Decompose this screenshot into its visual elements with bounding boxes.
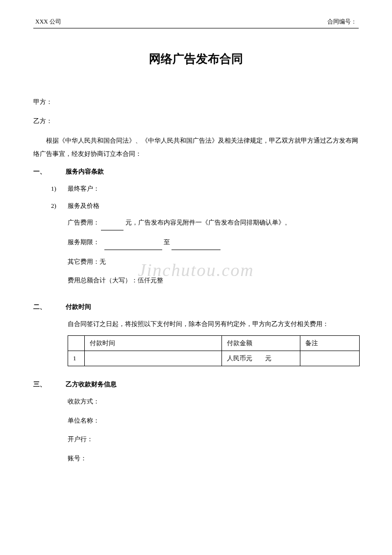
- th-time: 付款时间: [85, 336, 222, 351]
- total-line: 费用总额合计（大写）：伍仟元整: [68, 274, 359, 288]
- td-amount: 人民币元 元: [222, 351, 300, 366]
- s3-line-3: 开户行：: [68, 432, 359, 447]
- section-3-num: 三、: [33, 378, 66, 391]
- th-note: 备注: [300, 336, 360, 351]
- ad-fee-blank: [101, 216, 123, 230]
- s1-item-1: 1) 最终客户：: [51, 182, 359, 196]
- section-1-num: 一、: [33, 165, 66, 178]
- section-2-heading: 二、 付款时间: [33, 301, 359, 313]
- section-2-title: 付款时间: [66, 301, 91, 313]
- s1-item-1-text: 最终客户：: [68, 182, 99, 196]
- s3-line-1: 收款方式：: [68, 395, 359, 409]
- period-end-blank: [172, 235, 220, 250]
- section-2-num: 二、: [33, 301, 66, 313]
- section-3-heading: 三、 乙方收款财务信息: [33, 378, 359, 391]
- period-mid: 至: [164, 238, 172, 246]
- intro-paragraph: 根据《中华人民共和国合同法》、《中华人民共和国广告法》及相关法律规定，甲乙双方就…: [33, 134, 359, 161]
- period-start-blank: [104, 235, 162, 250]
- td-idx: 1: [68, 351, 85, 366]
- th-blank: [68, 336, 85, 351]
- section-1-title: 服务内容条款: [66, 165, 104, 178]
- party-b-label: 乙方：: [33, 114, 359, 127]
- s3-line-2: 单位名称：: [68, 414, 359, 428]
- th-amount: 付款金额: [222, 336, 300, 351]
- header-contract-no: 合同编号：: [327, 18, 357, 26]
- header-rule: [33, 28, 359, 28]
- header-company: XXX 公司: [35, 18, 61, 26]
- s1-item-2-num: 2): [51, 199, 68, 213]
- ad-fee-prefix: 广告费用：: [68, 219, 99, 226]
- ad-fee-suffix: 元，广告发布内容见附件一《广告发布合同排期确认单》。: [125, 219, 291, 226]
- service-period-line: 服务期限： 至: [68, 235, 359, 250]
- party-a-label: 甲方：: [33, 95, 359, 108]
- td-time: [85, 351, 222, 366]
- section-1-heading: 一、 服务内容条款: [33, 165, 359, 178]
- s1-item-2: 2) 服务及价格: [51, 199, 359, 213]
- page-title: 网络广告发布合同: [33, 51, 359, 67]
- td-note: [300, 351, 360, 366]
- payment-table: 付款时间 付款金额 备注 1 人民币元 元: [68, 335, 360, 366]
- section-2-body: 自合同签订之日起，将按照以下支付时间，除本合同另有约定外，甲方向乙方支付相关费用…: [68, 317, 359, 330]
- period-prefix: 服务期限：: [68, 238, 99, 246]
- table-row: 1 人民币元 元: [68, 351, 360, 366]
- other-fee-line: 其它费用：无: [68, 255, 359, 269]
- table-header-row: 付款时间 付款金额 备注: [68, 336, 360, 351]
- section-3-title: 乙方收款财务信息: [66, 378, 117, 391]
- s3-line-4: 账号：: [68, 452, 359, 466]
- s1-item-1-num: 1): [51, 182, 68, 196]
- s1-item-2-text: 服务及价格: [68, 199, 99, 213]
- ad-fee-line: 广告费用： 元，广告发布内容见附件一《广告发布合同排期确认单》。: [68, 216, 359, 230]
